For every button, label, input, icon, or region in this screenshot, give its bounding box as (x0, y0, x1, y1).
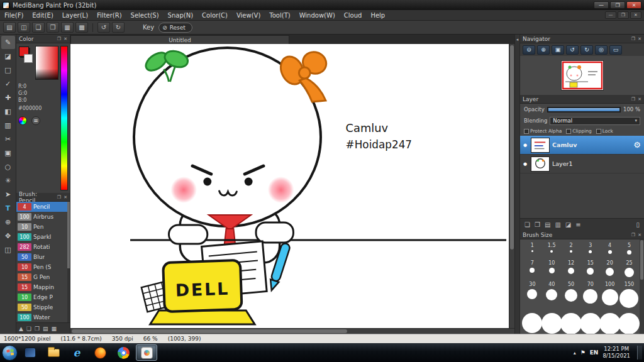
actual-size-icon[interactable]: ▣ (552, 45, 564, 55)
menu-cloud[interactable]: Cloud (340, 10, 367, 20)
brush-item-water[interactable]: 100Water (16, 312, 70, 322)
close-panel-icon[interactable]: ✕ (64, 36, 67, 41)
brush-size-option[interactable]: 4 (600, 241, 619, 258)
brush-size-option[interactable]: 50 (562, 280, 581, 311)
layer-row-camluv[interactable]: ● Camluv ⚙ (520, 136, 644, 155)
taskbar-explorer[interactable] (43, 344, 64, 361)
lock-checkbox[interactable]: Lock (596, 128, 613, 134)
menu-edit[interactable]: Edit(E) (28, 10, 58, 20)
brush-size-option[interactable]: 1.5 (542, 241, 562, 258)
brush-size-option[interactable]: 3 (580, 241, 600, 258)
duplicate-doc-icon[interactable]: ❐ (47, 22, 59, 33)
taskbar-media-app[interactable] (19, 344, 41, 361)
brush-item-gpen[interactable]: 15G Pen (16, 272, 70, 282)
grid-view-icon[interactable]: ▦ (61, 22, 74, 33)
canvas-horizontal-scrollbar[interactable] (70, 328, 514, 334)
taskbar-firefox[interactable] (89, 344, 111, 361)
float-panel-icon[interactable]: ❐ (631, 36, 635, 41)
color-wheel-icon[interactable] (18, 116, 27, 125)
layer-folder-icon[interactable]: ▥ (555, 221, 560, 228)
layer-up-icon[interactable]: ▤ (545, 221, 550, 228)
close-panel-icon[interactable]: ✕ (638, 97, 641, 102)
redo-icon[interactable]: ↻ (112, 22, 125, 33)
layer-visibility-icon[interactable]: ● (523, 162, 528, 167)
rotate-right-icon[interactable]: ↻ (580, 45, 593, 55)
brush-item-pen[interactable]: 10Pen (16, 222, 70, 232)
menu-layer[interactable]: Layer(L) (58, 10, 92, 20)
brush-size-option[interactable]: 7 (523, 258, 542, 280)
ellipse-select-tool[interactable]: ○ (1, 160, 15, 173)
trash-icon[interactable]: ▯ (636, 221, 640, 228)
brush-grid-icon[interactable]: ▦ (52, 326, 57, 332)
brush-tool[interactable]: ✎ (1, 36, 15, 49)
color-sliders-icon[interactable]: ≡ (31, 116, 40, 125)
reset-button[interactable]: ⊘ Reset (158, 23, 192, 33)
opacity-slider[interactable] (547, 107, 621, 112)
language-indicator[interactable]: EN (590, 349, 599, 356)
saturation-value-square[interactable] (35, 46, 58, 80)
brush-size-option[interactable]: 70 (580, 280, 600, 311)
float-panel-icon[interactable]: ❐ (631, 97, 635, 102)
new-layer-icon[interactable]: ❏ (525, 221, 530, 228)
select-pen-tool[interactable]: ✓ (1, 77, 15, 90)
close-panel-icon[interactable]: ✕ (638, 233, 641, 238)
brush-size-option[interactable]: 25 (619, 258, 639, 280)
brush-size-option[interactable]: 150 (619, 280, 639, 311)
canvas-vertical-scrollbar[interactable] (509, 44, 514, 328)
merge-layer-icon[interactable]: ◪ (565, 221, 571, 228)
doc-minimize-button[interactable]: — (605, 11, 616, 19)
gradient-tool[interactable]: ▥ (1, 119, 15, 132)
brush-item-stipple[interactable]: 50Stipple (16, 302, 70, 312)
brush-settings-icon[interactable]: ▤ (43, 326, 48, 332)
window-layout-icon[interactable]: ◫ (18, 22, 30, 33)
material-panel-icon[interactable]: ▩ (75, 22, 88, 33)
document-tab[interactable]: Untitled (70, 35, 289, 44)
menu-help[interactable]: Help (366, 10, 389, 20)
brush-size-option[interactable] (580, 311, 600, 334)
layer-menu-icon[interactable]: ≡ (575, 221, 580, 228)
brush-up-icon[interactable]: ▲ (19, 326, 23, 332)
operation-tool[interactable]: ➤ (1, 188, 15, 201)
panel-collapse-strip[interactable]: ◂ (514, 35, 519, 334)
brush-size-option[interactable] (542, 311, 562, 334)
brush-item-edge-pen[interactable]: 10Edge P (16, 292, 70, 302)
taskbar-chrome[interactable] (113, 344, 134, 361)
zoom-tool[interactable]: ⊕ (1, 216, 15, 229)
brush-size-option[interactable] (600, 311, 619, 334)
brush-item-pen-s[interactable]: 10Pen (S (16, 262, 70, 272)
brush-size-option[interactable]: 40 (542, 280, 562, 311)
reset-view-icon[interactable]: ◎ (595, 45, 608, 55)
brush-size-option[interactable]: 100 (600, 280, 619, 311)
protect-alpha-checkbox[interactable]: Protect Alpha (524, 128, 562, 134)
new-doc-icon[interactable]: ❏ (32, 22, 45, 33)
zoom-out-icon[interactable]: ⊖ (523, 45, 535, 55)
brush-size-option[interactable]: 5 (619, 241, 639, 258)
menu-color[interactable]: Color(C) (197, 10, 232, 20)
bucket-tool[interactable]: ◧ (1, 105, 15, 118)
float-panel-icon[interactable]: ❐ (57, 195, 61, 200)
taskbar-internet-explorer[interactable]: e (66, 344, 87, 361)
close-button[interactable]: ✕ (626, 1, 641, 9)
float-panel-icon[interactable]: ❐ (631, 233, 635, 238)
clipping-checkbox[interactable]: Clipping (566, 128, 592, 134)
brush-size-option[interactable]: 1 (523, 241, 542, 258)
taskbar-clock[interactable]: 12:21 PM 8/15/2021 (602, 346, 633, 359)
undo-icon[interactable]: ↺ (97, 22, 110, 33)
duplicate-brush-icon[interactable]: ❐ (35, 326, 40, 332)
blending-dropdown[interactable]: Normal ▾ (550, 117, 640, 125)
navigator-thumbnail[interactable] (562, 61, 603, 90)
doc-maximize-button[interactable]: ❐ (618, 11, 629, 19)
brush-item-mapping[interactable]: 15Mappin (16, 282, 70, 292)
brush-size-scrollbar[interactable] (640, 239, 644, 334)
layer-visibility-icon[interactable]: ● (523, 143, 528, 148)
scissors-tool[interactable]: ✂ (1, 133, 15, 146)
close-panel-icon[interactable]: ✕ (638, 36, 641, 41)
eraser-tool[interactable]: ◪ (1, 50, 15, 63)
taskbar-medibang-active[interactable] (136, 344, 157, 361)
menu-file[interactable]: File(F) (0, 10, 28, 20)
text-tool[interactable]: T (1, 202, 15, 215)
maximize-button[interactable]: ❐ (610, 1, 625, 9)
divide-tool[interactable]: ◫ (1, 243, 15, 256)
brush-size-option[interactable] (523, 311, 542, 334)
zoom-in-icon[interactable]: ⊕ (537, 45, 550, 55)
